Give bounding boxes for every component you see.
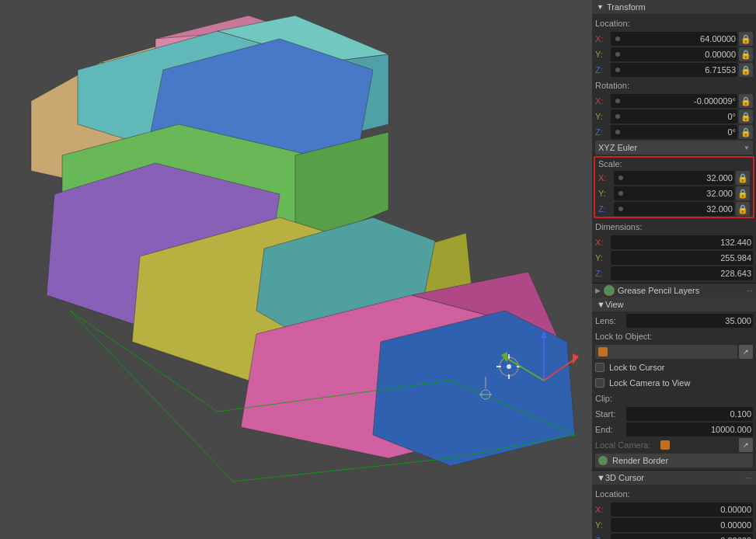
lock-to-cursor-row[interactable]: Lock to Cursor [592,360,756,375]
transform-arrow: ▼ [597,3,604,11]
view-section-header[interactable]: ▼ View [592,297,756,311]
dimensions-z-row: Z: 228.643 [592,266,756,281]
cursor-3d-section: ▼ 3D Cursor ··· Location: X: 0.00000 Y: … [592,471,756,539]
scale-z-lock[interactable]: 🔒 [736,202,750,216]
lock-to-object-field[interactable] [595,345,737,359]
local-camera-field[interactable] [657,438,737,452]
3d-scene-svg [0,0,592,539]
rotation-y-input[interactable]: 0° [611,110,737,123]
cursor-dots[interactable]: ··· [745,474,751,482]
cursor-x-input[interactable]: 0.00000 [611,502,753,516]
view-title: View [605,300,624,309]
view-arrow: ▼ [597,300,605,309]
rotation-mode-row: XYZ Euler ▼ [592,140,756,155]
render-border-label: Render Border [612,456,668,465]
lock-to-object-picker[interactable]: ↗ [739,345,753,359]
scale-y-lock[interactable]: 🔒 [736,186,750,200]
scale-z-label: Z: [598,204,614,214]
lens-row: Lens: 35.000 [592,313,756,329]
location-y-lock[interactable]: 🔒 [739,47,753,61]
dimensions-x-input[interactable]: 132.440 [611,235,753,249]
scale-y-input[interactable]: 32.000 [614,186,734,200]
lock-to-cursor-checkbox[interactable] [595,363,604,372]
location-z-input[interactable]: 6.71553 [611,63,737,77]
cursor-location-label-row: Location: [592,486,756,502]
rotation-label-row: Rotation: [592,78,756,93]
lock-camera-to-view-row[interactable]: Lock Camera to View [592,375,756,391]
render-border-icon [598,456,608,465]
cursor-y-value: 0.00000 [615,520,751,530]
lens-input[interactable]: 35.000 [626,314,753,328]
scale-y-value: 32.000 [626,189,733,198]
scale-x-input[interactable]: 32.000 [614,171,734,185]
scale-z-row: Z: 32.000 🔒 [595,201,753,217]
view-content: Lens: 35.000 Lock to Object: ↗ L [592,311,756,470]
rotation-x-label: X: [595,96,611,106]
lock-camera-checkbox[interactable] [595,378,604,388]
rotation-x-lock[interactable]: 🔒 [739,94,753,108]
grease-pencil-dots[interactable]: ··· [747,287,753,295]
rotation-y-lock[interactable]: 🔒 [739,110,753,123]
rotation-x-row: X: -0.000009° 🔒 [592,93,756,109]
location-label: Location: [595,19,642,28]
rotation-z-input[interactable]: 0° [611,125,737,139]
transform-header[interactable]: ▼ Transform [592,0,756,14]
clip-start-label: Start: [595,409,626,419]
cursor-3d-header[interactable]: ▼ 3D Cursor ··· [592,471,756,485]
scale-x-row: X: 32.000 🔒 [595,170,753,186]
location-x-input[interactable]: 64.00000 [611,32,737,46]
location-y-label: Y: [595,50,611,59]
location-z-label: Z: [595,65,611,75]
gp-checkbox-icon[interactable] [604,285,615,296]
clip-start-value: 0.100 [631,409,751,419]
rotation-y-value: 0° [623,112,736,121]
scale-z-input[interactable]: 32.000 [614,202,734,216]
clip-end-value: 10000.000 [631,425,751,434]
cursor-x-label: X: [595,505,611,514]
location-z-lock[interactable]: 🔒 [739,63,753,77]
location-z-dot [615,68,620,72]
scale-x-dot [618,176,623,180]
cursor-y-row: Y: 0.00000 [592,517,756,533]
grease-pencil-label: Grease Pencil Layers [618,286,747,295]
clip-end-input[interactable]: 10000.000 [626,423,753,436]
render-border-row[interactable]: Render Border [592,453,756,468]
local-camera-row: Local Camera: ↗ [592,437,756,453]
clip-start-input[interactable]: 0.100 [626,407,753,421]
clip-start-row: Start: 0.100 [592,406,756,422]
dimensions-z-value: 228.643 [615,269,751,278]
local-camera-picker[interactable]: ↗ [739,438,753,452]
rotation-x-input[interactable]: -0.000009° [611,94,737,108]
render-border-button[interactable]: Render Border [595,454,753,468]
rotation-mode-chevron: ▼ [744,144,750,151]
location-y-input[interactable]: 0.00000 [611,47,737,61]
rotation-mode-dropdown[interactable]: XYZ Euler ▼ [595,141,753,155]
location-label-row: Location: [592,16,756,31]
location-z-value: 6.71553 [623,65,736,75]
rotation-z-lock[interactable]: 🔒 [739,125,753,139]
viewport-3d[interactable] [0,0,592,539]
grease-pencil-row[interactable]: ▶ Grease Pencil Layers ··· [592,283,756,297]
camera-icon [660,440,670,450]
location-y-value: 0.00000 [623,50,736,59]
rotation-x-value: -0.000009° [623,96,736,106]
location-z-row: Z: 6.71553 🔒 [592,62,756,78]
gp-triangle-icon: ▶ [595,287,601,294]
scale-x-lock[interactable]: 🔒 [736,171,750,185]
lock-to-object-field-row: ↗ [592,344,756,360]
rotation-z-label: Z: [595,127,611,137]
view-section: ▼ View Lens: 35.000 Lock to Object: ↗ [592,297,756,471]
location-x-label: X: [595,34,611,43]
rotation-y-dot [615,114,620,119]
cursor-z-input[interactable]: 0.00000 [611,534,753,539]
rotation-x-dot [615,99,620,103]
scale-z-value: 32.000 [626,204,733,214]
cursor-y-input[interactable]: 0.00000 [611,518,753,532]
lock-to-object-row: Lock to Object: [592,329,756,344]
rotation-z-row: Z: 0° 🔒 [592,124,756,140]
dimensions-z-input[interactable]: 228.643 [611,266,753,280]
location-x-value: 64.00000 [623,34,736,43]
lock-to-cursor-label: Lock to Cursor [609,363,665,372]
dimensions-y-input[interactable]: 255.984 [611,251,753,265]
location-x-lock[interactable]: 🔒 [739,32,753,46]
